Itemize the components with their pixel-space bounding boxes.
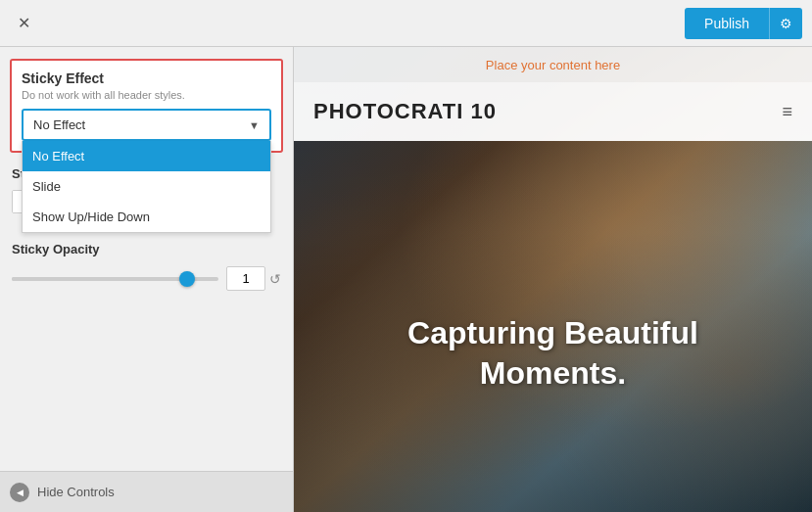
- dropdown-list: No Effect Slide Show Up/Hide Down: [22, 141, 271, 233]
- dropdown-selected-value: No Effect: [33, 117, 85, 132]
- sticky-opacity-title: Sticky Opacity: [12, 242, 281, 256]
- slider-fill: [12, 277, 187, 281]
- bottom-bar: ◀ Hide Controls: [0, 471, 293, 512]
- headline-line1: Capturing Beautiful: [407, 315, 698, 350]
- headline-line2: Moments.: [480, 355, 626, 391]
- reset-icon[interactable]: ↺: [269, 271, 281, 287]
- sticky-opacity-section: Sticky Opacity ↺: [10, 242, 283, 291]
- chevron-down-icon: ▼: [249, 119, 260, 131]
- sticky-effect-dropdown[interactable]: No Effect ▼: [22, 109, 271, 141]
- hamburger-menu-icon[interactable]: ≡: [782, 102, 792, 122]
- settings-button[interactable]: ⚙: [769, 8, 802, 39]
- close-button[interactable]: ✕: [10, 10, 37, 37]
- site-logo: PHOTOCRATI 10: [313, 99, 497, 124]
- close-icon: ✕: [18, 14, 30, 32]
- sticky-effect-subtitle: Do not work with all header styles.: [22, 89, 271, 101]
- opacity-slider-track[interactable]: [12, 277, 218, 281]
- slider-thumb[interactable]: [179, 271, 195, 287]
- main-area: Sticky Effect Do not work with all heade…: [0, 47, 812, 512]
- opacity-input[interactable]: [226, 266, 265, 291]
- left-panel: Sticky Effect Do not work with all heade…: [0, 47, 294, 512]
- opacity-input-wrapper: ↺: [226, 266, 281, 291]
- sticky-effect-title: Sticky Effect: [22, 70, 271, 86]
- panel-content: Sticky Effect Do not work with all heade…: [0, 47, 293, 471]
- publish-area: Publish ⚙: [685, 8, 802, 39]
- dropdown-option-no-effect[interactable]: No Effect: [23, 141, 270, 171]
- preview-headline: Capturing Beautiful Moments.: [294, 313, 812, 395]
- top-bar: ✕ Publish ⚙: [0, 0, 812, 47]
- place-content-text: Place your content here: [486, 58, 620, 72]
- hide-controls-icon: ◀: [10, 483, 29, 502]
- preview-header: PHOTOCRATI 10 ≡: [294, 82, 812, 141]
- opacity-row: ↺: [12, 266, 281, 291]
- sticky-effect-dropdown-wrapper: No Effect ▼ No Effect Slide Show Up/Hide…: [22, 109, 271, 141]
- gear-icon: ⚙: [780, 16, 792, 31]
- dropdown-option-show-hide[interactable]: Show Up/Hide Down: [23, 202, 270, 232]
- sticky-effect-section: Sticky Effect Do not work with all heade…: [10, 59, 283, 153]
- place-content-bar: Place your content here: [294, 47, 812, 82]
- publish-button[interactable]: Publish: [685, 8, 769, 39]
- right-panel: Place your content here PHOTOCRATI 10 ≡ …: [294, 47, 812, 512]
- dropdown-option-slide[interactable]: Slide: [23, 171, 270, 202]
- hide-controls-label[interactable]: Hide Controls: [37, 485, 115, 499]
